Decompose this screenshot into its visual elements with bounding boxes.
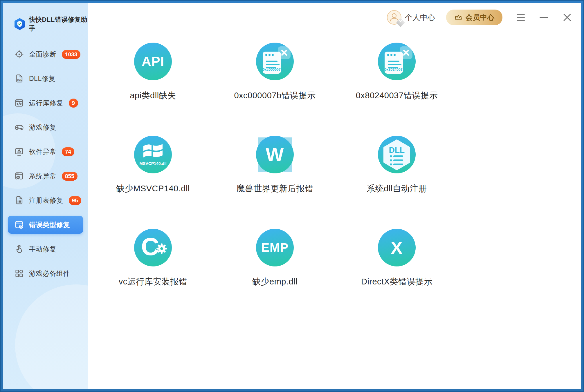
sidebar-item-label: 游戏修复 <box>29 123 56 132</box>
close-icon <box>563 13 572 22</box>
main-content: 个人中心 会员中心 API <box>88 3 581 389</box>
sidebar-item-label: 手动修复 <box>29 245 56 254</box>
count-badge: 9 <box>69 99 78 108</box>
sidebar-item-game-components[interactable]: 游戏必备组件 <box>3 261 88 286</box>
sidebar-item-runtime-repair[interactable]: 运行库修复 9 <box>3 91 88 115</box>
sidebar-item-dll-repair[interactable]: DLL DLL修复 <box>3 66 88 91</box>
api-circle-icon: API <box>134 43 172 80</box>
card-msvcp140-missing[interactable]: MSVCP140.dll 缺少MSVCP140.dll <box>92 136 214 229</box>
card-label: 0xc000007b错误提示 <box>234 91 316 100</box>
sidebar-item-label: 系统异常 <box>29 172 56 181</box>
directx-x-icon: X <box>378 229 416 266</box>
card-label: vc运行库安装报错 <box>119 277 188 286</box>
sidebar-item-software-exception[interactable]: 软件异常 74 <box>3 139 88 164</box>
topbar: 个人中心 会员中心 <box>387 3 581 32</box>
sidebar-item-full-diagnosis[interactable]: 全面诊断 1033 <box>3 42 88 66</box>
dll-hexagon-icon: DLL <box>378 136 416 173</box>
app-logo-icon <box>14 17 26 31</box>
sidebar-item-label: 软件异常 <box>29 147 56 156</box>
api-icon-text: API <box>142 54 164 69</box>
card-label: 0x80240037错误提示 <box>356 91 438 100</box>
card-label: 魔兽世界更新后报错 <box>236 184 313 193</box>
diagnose-target-icon <box>14 49 24 59</box>
app-title: 快快DLL错误修复助手 <box>29 15 88 33</box>
sidebar-item-label: 运行库修复 <box>29 99 63 108</box>
error-doc-icon: 0x80240037 <box>378 43 416 80</box>
gear-icon <box>156 242 168 255</box>
hand-pointer-icon <box>14 244 24 254</box>
sidebar-item-registry-repair[interactable]: 注册表修复 95 <box>3 188 88 213</box>
error-type-grid: API api类dll缺失 0xc000007b 0x <box>92 43 458 322</box>
user-avatar <box>387 10 401 25</box>
count-badge: 855 <box>62 172 77 181</box>
app-brand: 快快DLL错误修复助手 <box>3 3 88 33</box>
wow-w-icon: W <box>256 136 294 173</box>
hamburger-menu-icon <box>517 14 525 15</box>
sidebar-item-label: 注册表修复 <box>29 196 63 205</box>
error-code-text: 0x80240037 <box>385 68 403 72</box>
window-menu-button[interactable] <box>516 12 526 22</box>
gamepad-icon <box>14 122 24 132</box>
x-icon-text: X <box>391 237 403 258</box>
runtime-window-icon <box>14 98 24 108</box>
card-0x80240037[interactable]: 0x80240037 0x80240037错误提示 <box>336 43 458 136</box>
sidebar-item-label: 错误类型修复 <box>29 220 70 229</box>
c-gear-icon: C <box>134 229 172 266</box>
svg-text:DLL: DLL <box>17 78 22 81</box>
card-label: api类dll缺失 <box>130 91 176 100</box>
card-label: 缺少emp.dll <box>252 277 298 286</box>
member-center-button[interactable]: 会员中心 <box>446 10 502 25</box>
error-type-icon <box>14 220 24 230</box>
wow-icon-text: W <box>266 144 284 166</box>
card-vc-runtime-error[interactable]: C <box>92 229 214 322</box>
count-badge: 74 <box>62 147 74 156</box>
crown-icon <box>454 13 463 22</box>
card-api-dll-missing[interactable]: API api类dll缺失 <box>92 43 214 136</box>
card-label: 系统dll自动注册 <box>367 184 427 193</box>
system-gear-icon <box>14 171 24 181</box>
card-system-dll-register[interactable]: DLL 系统dll自动注册 <box>336 136 458 229</box>
sidebar-item-system-exception[interactable]: 系统异常 855 <box>3 164 88 188</box>
error-code-text: 0xc000007b <box>263 68 281 72</box>
windows-flag-icon: MSVCP140.dll <box>134 136 172 173</box>
card-0xc000007b[interactable]: 0xc000007b 0xc000007b错误提示 <box>214 43 336 136</box>
sidebar-menu: 全面诊断 1033 DLL DLL修复 <box>3 42 88 286</box>
card-label: 缺少MSVCP140.dll <box>116 184 190 193</box>
sidebar-item-error-type-repair[interactable]: 错误类型修复 <box>8 216 83 234</box>
sidebar-item-label: DLL修复 <box>29 74 55 83</box>
software-warning-icon <box>14 147 24 157</box>
error-x-icon <box>400 46 412 59</box>
sidebar-item-label: 全面诊断 <box>29 50 56 59</box>
emp-circle-icon: EMP <box>256 229 294 266</box>
card-label: DirectX类错误提示 <box>361 277 432 286</box>
app-window: 快快DLL错误修复助手 全面诊断 1033 DLL DLL修复 <box>0 0 584 392</box>
components-grid-icon <box>14 268 24 278</box>
svg-text:DLL: DLL <box>389 146 405 155</box>
msvcp-filename-text: MSVCP140.dll <box>134 161 172 166</box>
count-badge: 95 <box>69 196 81 205</box>
count-badge: 1033 <box>62 50 80 59</box>
registry-doc-icon <box>14 195 24 205</box>
emp-icon-text: EMP <box>261 241 289 255</box>
member-center-label: 会员中心 <box>466 13 495 22</box>
windows-flag-glyph <box>142 142 164 159</box>
card-wow-update-error[interactable]: W 魔兽世界更新后报错 <box>214 136 336 229</box>
sidebar-item-manual-repair[interactable]: 手动修复 <box>3 237 88 261</box>
dll-file-icon: DLL <box>14 74 24 84</box>
personal-center-button[interactable]: 个人中心 <box>387 10 435 25</box>
minimize-icon <box>540 17 548 18</box>
card-emp-dll-missing[interactable]: EMP 缺少emp.dll <box>214 229 336 322</box>
sidebar: 快快DLL错误修复助手 全面诊断 1033 DLL DLL修复 <box>3 3 88 389</box>
minimize-button[interactable] <box>539 12 549 22</box>
personal-center-label: 个人中心 <box>405 12 435 23</box>
sidebar-item-label: 游戏必备组件 <box>29 269 70 278</box>
error-x-icon <box>278 46 291 59</box>
sidebar-item-game-repair[interactable]: 游戏修复 <box>3 115 88 139</box>
card-directx-error[interactable]: X DirectX类错误提示 <box>336 229 458 322</box>
dll-hexagon-glyph: DLL <box>378 136 416 173</box>
error-doc-icon: 0xc000007b <box>256 43 294 80</box>
close-button[interactable] <box>562 12 572 22</box>
